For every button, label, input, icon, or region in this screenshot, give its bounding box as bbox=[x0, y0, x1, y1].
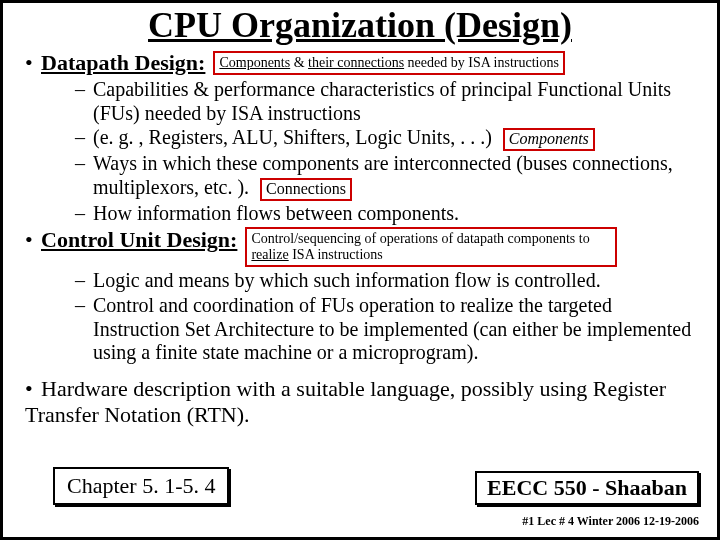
control-callout: Control/sequencing of operations of data… bbox=[245, 227, 617, 267]
list-text: Logic and means by which such informatio… bbox=[93, 269, 699, 293]
dash-icon: – bbox=[75, 269, 93, 293]
bullet-icon: • bbox=[25, 227, 41, 253]
control-heading: Control Unit Design: bbox=[41, 227, 237, 253]
control-heading-row: • Control Unit Design: Control/sequencin… bbox=[21, 227, 699, 267]
connections-box: Connections bbox=[260, 178, 352, 201]
list-text: How information flows between components… bbox=[93, 202, 699, 226]
dash-icon: – bbox=[75, 294, 93, 318]
datapath-list: – Capabilities & performance characteris… bbox=[75, 78, 699, 225]
item-text: Ways in which these components are inter… bbox=[93, 152, 673, 198]
page-title: CPU Organization (Design) bbox=[21, 4, 699, 46]
list-text: Ways in which these components are inter… bbox=[93, 152, 699, 200]
list-item: – How information flows between componen… bbox=[75, 202, 699, 226]
list-item: – (e. g. , Registers, ALU, Shifters, Log… bbox=[75, 126, 699, 151]
footer-meta: #1 Lec # 4 Winter 2006 12-19-2006 bbox=[522, 514, 699, 529]
hardware-text: Hardware description with a suitable lan… bbox=[25, 376, 666, 427]
bullet-icon: • bbox=[25, 376, 41, 402]
list-text: Capabilities & performance characteristi… bbox=[93, 78, 699, 125]
list-item: – Logic and means by which such informat… bbox=[75, 269, 699, 293]
datapath-heading: Datapath Design: bbox=[41, 50, 205, 76]
list-item: – Capabilities & performance characteris… bbox=[75, 78, 699, 125]
dash-icon: – bbox=[75, 152, 93, 176]
chapter-box: Chapter 5. 1-5. 4 bbox=[53, 467, 229, 505]
datapath-callout: Components & their connections needed by… bbox=[213, 51, 564, 75]
item-text: (e. g. , Registers, ALU, Shifters, Logic… bbox=[93, 126, 492, 148]
list-text: (e. g. , Registers, ALU, Shifters, Logic… bbox=[93, 126, 699, 151]
dash-icon: – bbox=[75, 126, 93, 150]
list-text: Control and coordination of FUs operatio… bbox=[93, 294, 699, 365]
dash-icon: – bbox=[75, 202, 93, 226]
slide: CPU Organization (Design) • Datapath Des… bbox=[0, 0, 720, 540]
components-box: Components bbox=[503, 128, 595, 151]
course-box: EECC 550 - Shaaban bbox=[475, 471, 699, 505]
control-list: – Logic and means by which such informat… bbox=[75, 269, 699, 364]
list-item: – Control and coordination of FUs operat… bbox=[75, 294, 699, 365]
hardware-bullet: •Hardware description with a suitable la… bbox=[21, 376, 699, 428]
datapath-heading-row: • Datapath Design: Components & their co… bbox=[21, 50, 699, 76]
dash-icon: – bbox=[75, 78, 93, 102]
list-item: – Ways in which these components are int… bbox=[75, 152, 699, 200]
bullet-icon: • bbox=[25, 50, 41, 76]
